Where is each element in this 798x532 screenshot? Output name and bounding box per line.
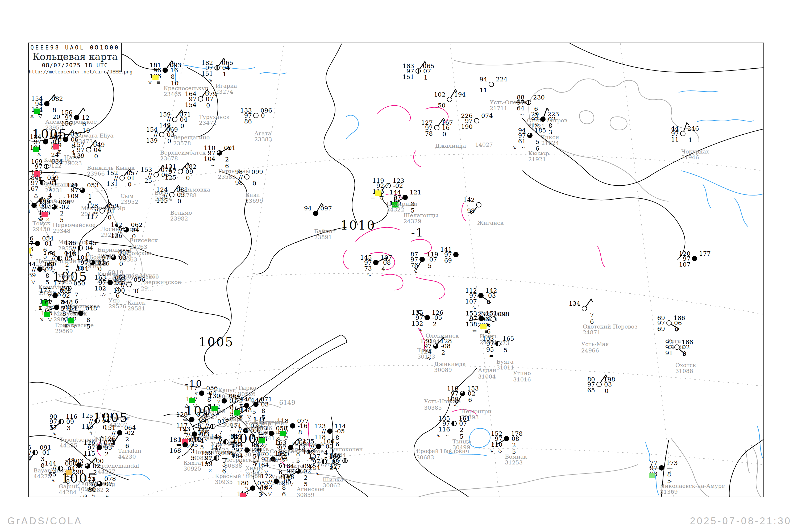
cloud-amount: 6 (251, 434, 255, 440)
weather-symbols: ⧖ ϟ (208, 411, 221, 416)
dewpoint: 61 (518, 138, 526, 145)
weather-symbols: ∿ ⧖ (37, 216, 51, 222)
pressure-tendency: 12 (82, 115, 89, 121)
weather-symbols: ⧖ ▽ (64, 323, 78, 328)
map-line (414, 151, 421, 167)
dewpoint: 124 (308, 464, 320, 471)
weather-symbols: ≡ (484, 329, 490, 334)
dewpoint: 116 (438, 426, 450, 433)
weather-symbols: ∿ (454, 403, 459, 408)
station-id: 23274 (215, 89, 233, 95)
cloud-cover-circle (159, 132, 165, 137)
cloud-amount: 8 (87, 317, 91, 323)
weather-symbols: ∿ (413, 269, 419, 274)
map-line (745, 450, 749, 473)
station-id: 24329 (403, 218, 421, 224)
pressure-tendency: 07 (459, 421, 467, 427)
station-name-label: Дзержинское29... (141, 279, 181, 292)
cloud-amount: 4 (381, 266, 385, 272)
pressure-tendency: 01 (127, 175, 135, 181)
dewpoint: 154 (185, 102, 196, 108)
precip-marker-orange (66, 470, 72, 475)
temperature: 134 (569, 301, 581, 307)
station-name: Ужур (58, 274, 74, 279)
cloud-cover-circle (57, 255, 62, 261)
pressure: 097 (320, 205, 332, 211)
cloud-cover-circle (74, 115, 79, 120)
cloud-cover-circle (35, 241, 40, 246)
station-name: Первомайское (53, 222, 95, 228)
station-id: 24871 (583, 330, 601, 336)
pressure: 050 (73, 280, 85, 286)
cloud-cover-circle (210, 424, 215, 429)
weather-symbols: ⇐ (472, 328, 478, 333)
station-id: 21824 (541, 140, 559, 146)
station-name: Вельмо (170, 210, 192, 216)
precip-marker-red (240, 493, 246, 497)
map-line (417, 465, 638, 497)
weather-symbols: ⧖ (37, 151, 42, 157)
station-id: 31253 (505, 460, 523, 466)
cloud-cover-circle (63, 137, 68, 142)
dewpoint: 64 (517, 105, 525, 111)
dewpoint: 102 (94, 285, 106, 291)
cloud-amount: 0 (132, 233, 136, 240)
station-id: 29581 (128, 306, 145, 311)
cloud-cover-circle (489, 82, 494, 87)
weather-symbols: ⧖ ▽ (43, 268, 56, 273)
dewpoint: 168 (169, 448, 181, 454)
dewpoint: 148 (240, 407, 252, 413)
pressure: 121 (410, 189, 421, 195)
precip-marker-yellow (480, 324, 487, 329)
cloud-amount: 7 (590, 312, 594, 318)
pressure-tendency: 03 (167, 132, 174, 138)
pressure-tendency: — (218, 423, 224, 430)
cloud-amount: 0 (186, 175, 190, 181)
pressure-tendency: 02 (682, 344, 690, 350)
cloud-amount: 0 (180, 123, 184, 129)
cloud-cover-circle (40, 180, 45, 185)
cloud-amount: 5 (428, 263, 432, 269)
dewpoint: 158 (28, 208, 30, 214)
station-name: Шелагонцы (403, 213, 438, 218)
pressure-tendency: 04 (131, 227, 139, 233)
dewpoint: 69 (657, 326, 665, 332)
pressure-tendency: 03 (97, 260, 105, 266)
pressure: 053 (87, 182, 99, 188)
cloud-amount: 0 (108, 214, 112, 221)
cloud-cover-circle (119, 175, 125, 180)
wind-speed: 5 (105, 494, 109, 497)
cloud-cover-circle (250, 486, 255, 491)
station-name: Кяхта (184, 460, 201, 466)
pressure-tendency: -08 (381, 260, 391, 266)
weather-symbols: ϟ (89, 431, 94, 436)
cloud-amount: 2 (225, 156, 229, 163)
station-name-label: Угино31016 (513, 370, 531, 383)
precip-marker-green (33, 147, 39, 152)
cloud-amount: 0 (206, 102, 210, 109)
pressure-tendency: 07 (105, 481, 113, 487)
dewpoint: 57 (50, 424, 57, 431)
cloud-cover-circle (460, 391, 465, 396)
pressure: 177 (699, 251, 711, 257)
cloud-amount: 6 (487, 299, 491, 305)
station-name: Большая Мурта (112, 273, 159, 279)
cloud-cover-circle (269, 431, 274, 436)
pressure-tendency: 09 (66, 419, 74, 425)
pressure-tendency: -01 (40, 450, 50, 456)
cloud-amount: 2 (304, 475, 308, 481)
station-name: Бомнак (505, 454, 527, 460)
weather-symbols: ≡ ⧖ ϟ (28, 253, 34, 258)
pressure-tendency: -16 (298, 423, 307, 429)
weather-symbols: ∿ (427, 356, 433, 361)
cloud-amount: 2 (460, 427, 464, 433)
cloud-cover-circle (504, 436, 509, 441)
dewpoint: 55 (49, 471, 56, 477)
cloud-amount: 2 (48, 186, 52, 192)
cloud-cover-circle (76, 462, 82, 468)
pressure-tendency: 03 (604, 381, 612, 387)
dewpoint: 86 (244, 118, 252, 125)
cloud-amount: 0 (252, 180, 256, 187)
pressure-tendency: -02 (59, 204, 69, 210)
pressure-tendency: 16 (442, 125, 450, 131)
